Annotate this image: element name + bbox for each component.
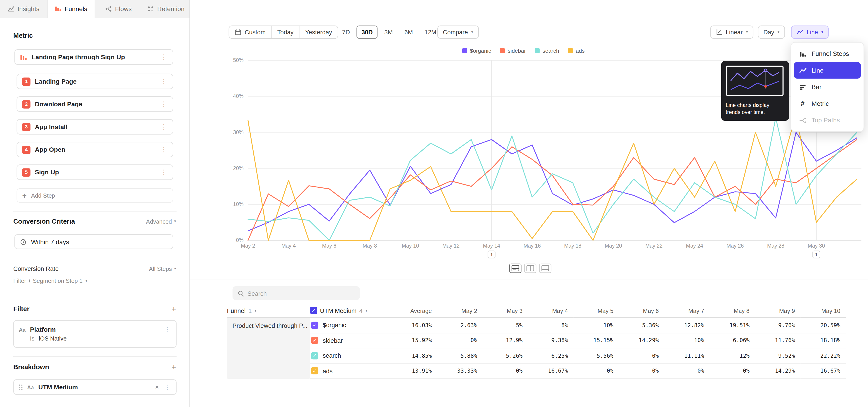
menu-item-line[interactable]: Line: [794, 62, 861, 79]
layout-toggle-chart-beside-table[interactable]: [524, 264, 536, 273]
chart-type-dropdown-button[interactable]: Line ▾: [791, 26, 829, 39]
step-kebab-icon[interactable]: ⋮: [160, 101, 168, 107]
range-button-30d[interactable]: 30D: [356, 26, 378, 39]
column-header-may-3[interactable]: May 3: [483, 304, 528, 318]
layout-toggle-chart-over-table[interactable]: [509, 264, 522, 273]
metric-kebab-icon[interactable]: ⋮: [160, 54, 168, 60]
range-button-6m[interactable]: 6M: [399, 26, 418, 39]
advanced-dropdown[interactable]: Advanced ▾: [146, 218, 176, 225]
series-name: search: [323, 352, 341, 359]
funnel-step-row[interactable]: 3App Install⋮: [17, 119, 173, 135]
funnel-step-row[interactable]: 1Landing Page⋮: [17, 74, 173, 89]
layout-toggle-table-only[interactable]: [539, 264, 551, 273]
select-all-checkbox[interactable]: ✓: [310, 307, 317, 314]
average-value: 13.91%: [382, 364, 437, 379]
column-header-may-8[interactable]: May 8: [710, 304, 755, 318]
funnel-step-row[interactable]: 4App Open⋮: [17, 142, 173, 157]
step-kebab-icon[interactable]: ⋮: [160, 169, 168, 176]
breakdown-card[interactable]: Aa UTM Medium × ⋮: [13, 379, 177, 395]
add-step-button[interactable]: + Add Step: [17, 188, 173, 203]
column-header-may-10[interactable]: May 10: [800, 304, 846, 318]
breakdown-column-header[interactable]: ✓ UTM Medium 4 ▾: [310, 304, 382, 318]
filter-operator[interactable]: Is: [30, 335, 34, 342]
column-header-may-5[interactable]: May 5: [574, 304, 619, 318]
series-checkbox[interactable]: ✓: [311, 367, 318, 374]
cell-value: 9.38%: [528, 333, 574, 348]
search-input[interactable]: [248, 290, 355, 296]
step-kebab-icon[interactable]: ⋮: [160, 78, 168, 85]
funnel-column-header[interactable]: Funnel 1 ▾: [227, 304, 310, 318]
chevron-down-icon: ▾: [174, 267, 176, 271]
x-axis-label: May 8: [363, 243, 377, 249]
add-filter-button[interactable]: +: [172, 305, 176, 313]
column-header-may-9[interactable]: May 9: [755, 304, 800, 318]
conversion-criteria-header: Conversion Criteria Advanced ▾: [13, 218, 176, 225]
breakdown-kebab-icon[interactable]: ⋮: [163, 384, 171, 390]
tab-label: Insights: [18, 5, 39, 12]
chevron-down-icon: ▾: [366, 308, 368, 313]
tab-flows[interactable]: Flows: [95, 0, 143, 18]
compare-button[interactable]: Compare ▾: [437, 26, 479, 39]
linear-scale-icon: [716, 29, 722, 35]
custom-date-button[interactable]: Custom: [229, 26, 271, 38]
metric-card[interactable]: Landing Page through Sign Up ⋮: [14, 49, 174, 65]
y-axis-label: 10%: [233, 201, 244, 207]
chevron-down-icon: ▾: [778, 30, 780, 34]
menu-item-bar[interactable]: Bar: [794, 79, 861, 95]
step-kebab-icon[interactable]: ⋮: [160, 123, 168, 130]
column-header-may-4[interactable]: May 4: [528, 304, 574, 318]
tab-insights[interactable]: Insights: [0, 0, 48, 18]
funnel-metric-icon: [20, 53, 27, 61]
tab-funnels[interactable]: Funnels: [48, 0, 95, 18]
cell-value: 0%: [437, 333, 483, 348]
funnel-step-row[interactable]: 5Sign Up⋮: [17, 164, 173, 180]
series-name: ads: [323, 368, 333, 374]
x-axis-label: May 4: [281, 243, 296, 249]
funnel-step-row[interactable]: 2Download Page⋮: [17, 96, 173, 112]
column-header-may-2[interactable]: May 2: [437, 304, 483, 318]
menu-item-funnel-steps[interactable]: Funnel Steps: [794, 45, 861, 62]
x-axis-label: May 2: [241, 243, 255, 249]
drag-handle-icon[interactable]: [19, 384, 23, 390]
tab-retention[interactable]: Retention: [143, 0, 189, 18]
range-button-7d[interactable]: 7D: [337, 26, 355, 39]
yesterday-button[interactable]: Yesterday: [299, 26, 338, 38]
bar-chart-icon: [799, 84, 807, 91]
series-checkbox[interactable]: ✓: [311, 337, 318, 344]
menu-item-top-paths: Top Paths: [794, 112, 861, 128]
today-button[interactable]: Today: [271, 26, 299, 38]
tooltip-text: Line charts display trends over time.: [726, 102, 784, 116]
column-header-may-7[interactable]: May 7: [664, 304, 710, 318]
cell-value: 0%: [619, 364, 664, 379]
conversion-rate-label: Conversion Rate: [13, 265, 59, 272]
cell-value: 6.25%: [528, 348, 574, 363]
column-header-average[interactable]: Average: [382, 304, 437, 318]
chevron-down-icon: ▾: [254, 308, 256, 313]
step-kebab-icon[interactable]: ⋮: [160, 146, 168, 153]
series-line-sidebar: [248, 139, 857, 240]
series-checkbox[interactable]: ✓: [311, 352, 318, 359]
series-checkbox[interactable]: ✓: [311, 321, 318, 329]
divider: [13, 211, 177, 211]
scale-dropdown-button[interactable]: Linear ▾: [710, 26, 753, 39]
add-breakdown-button[interactable]: +: [172, 363, 176, 372]
remove-breakdown-icon[interactable]: ×: [155, 383, 159, 391]
conversion-window-card[interactable]: Within 7 days: [14, 234, 174, 249]
cell-value: 0%: [574, 364, 619, 379]
tooltip-mini-chart: [726, 65, 784, 96]
range-button-3m[interactable]: 3M: [379, 26, 398, 39]
step-number-badge: 4: [22, 146, 31, 154]
annotation-label: 1: [490, 252, 493, 257]
filter-segment-dropdown[interactable]: Filter + Segment on Step 1 ▾: [13, 277, 176, 284]
chevron-down-icon: ▾: [86, 279, 88, 283]
filter-card[interactable]: Aa Platform ⋮ Is iOS Native: [13, 320, 177, 348]
menu-item-metric[interactable]: #Metric: [794, 95, 861, 112]
filter-kebab-icon[interactable]: ⋮: [163, 326, 171, 333]
column-header-may-6[interactable]: May 6: [619, 304, 664, 318]
cell-value: 9.52%: [755, 348, 800, 363]
interval-dropdown-button[interactable]: Day ▾: [758, 26, 785, 39]
table-search: [232, 286, 360, 300]
all-steps-dropdown[interactable]: All Steps ▾: [149, 265, 176, 272]
filter-value[interactable]: iOS Native: [39, 335, 67, 342]
series-line-search: [248, 118, 857, 240]
